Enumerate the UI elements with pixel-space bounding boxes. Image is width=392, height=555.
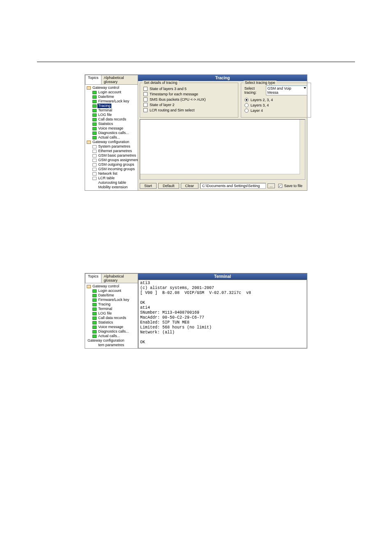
tree-item[interactable]: Firmware/Lock key [87, 99, 137, 104]
tree-item[interactable]: GSM incoming groups [87, 167, 137, 171]
green-icon [92, 289, 97, 293]
tree-item-label: Voice message [97, 325, 124, 329]
tree-item[interactable]: LCR table [87, 176, 137, 180]
tracing-window: Topics Alphabetical glossary Gateway con… [85, 74, 307, 191]
tree-item[interactable]: LOG file [87, 311, 137, 316]
green-icon [92, 330, 97, 333]
tree-item-label: Terminal [97, 307, 113, 311]
green-icon [92, 335, 97, 338]
chk-timestamp[interactable] [143, 92, 148, 96]
tree-item[interactable]: Ethernet parametres [87, 149, 137, 153]
tree-item-label: Ethernet parametres [97, 149, 133, 153]
tree-item-label: Call data records [97, 117, 127, 122]
chk-layer-2-label: State of layer 2 [150, 103, 175, 107]
select-tracing-combo[interactable]: GSM and Voip Messa [266, 86, 307, 95]
terminal-title: Terminal [138, 273, 307, 280]
green-icon [92, 113, 97, 117]
save-to-file-label: Save to file [284, 184, 303, 188]
tree-item[interactable]: Date/time [87, 293, 137, 298]
tree-item-label: Diagnostics calls... [97, 329, 130, 334]
tree-item-label: Autorouting table [97, 180, 127, 185]
tree-item[interactable]: Call data records [87, 117, 137, 122]
green-icon [92, 326, 97, 329]
tree-item[interactable]: GSM groups assignment [87, 158, 137, 162]
green-icon [92, 104, 97, 108]
tree-item[interactable]: Statistics [87, 122, 137, 126]
tree-item[interactable]: Gateway configuration [87, 140, 137, 144]
chk-timestamp-label: Timestamp for each message [150, 92, 198, 96]
tree-item[interactable]: System parametres [87, 144, 137, 149]
tracing-title: Tracing [138, 75, 307, 81]
tree-item[interactable]: Diagnostics calls... [87, 329, 137, 334]
radio-layers-234[interactable] [244, 98, 249, 102]
tree-item[interactable]: Voice message [87, 325, 137, 329]
green-icon [92, 303, 97, 306]
radio-layer-4[interactable] [244, 109, 249, 113]
tree-item-label: GSM basic parametres [97, 153, 137, 158]
tree-item-label: Diagnostics calls... [97, 131, 130, 135]
tree-item[interactable]: Call data records [87, 316, 137, 320]
details-group: Set details of tracing State of layers 3… [140, 83, 238, 118]
tree-item-label: Date/time [97, 293, 115, 298]
tab-topics[interactable]: Topics [85, 75, 101, 84]
tree-item[interactable]: Statistics [87, 320, 137, 325]
radio-layers-34[interactable] [244, 103, 249, 107]
tree-item[interactable]: Actual calls... [87, 135, 137, 140]
radio-layer-4-label: Layer 4 [251, 109, 263, 113]
tree-item[interactable]: Network list [87, 171, 137, 176]
tab-alphabetical-2[interactable]: Alphabetical glossary [101, 273, 138, 283]
tree-item[interactable]: Diagnostics calls... [87, 131, 137, 135]
tree-item[interactable]: Actual calls... [87, 334, 137, 338]
tree-item[interactable]: Gateway control [87, 284, 137, 289]
tree-item[interactable]: GSM outgoing groups [87, 162, 137, 167]
tab-alphabetical[interactable]: Alphabetical glossary [101, 75, 138, 84]
terminal-output[interactable]: ati3 (c) alistar systems, 2001-2007 [ V0… [138, 280, 307, 348]
start-button[interactable]: Start [140, 183, 157, 189]
tree-item[interactable]: Login account [87, 289, 137, 293]
tree-item[interactable]: Date/time [87, 95, 137, 99]
tree-item-label: Date/time [97, 95, 115, 99]
radio-layers-234-label: Layers 2, 3, 4 [251, 98, 273, 102]
chk-lcr[interactable] [143, 108, 148, 112]
default-button[interactable]: Default [158, 183, 179, 189]
radio-layers-34-label: Layers 3, 4 [251, 103, 269, 107]
tree-item-label: Call data records [97, 316, 127, 320]
vscroll[interactable] [300, 120, 305, 179]
tree-item-label: Gateway configuration [92, 140, 130, 144]
tree-item[interactable]: Mobility extension [87, 185, 137, 190]
tree-item-label: GSM groups assignment [97, 158, 138, 162]
chk-sms-ibus[interactable] [143, 97, 148, 102]
tree-item[interactable]: Voice message [87, 126, 137, 131]
tree-item[interactable]: Tracing [87, 104, 137, 108]
tree-item[interactable]: tem parametres [87, 343, 137, 347]
tree-item[interactable]: Gateway configuration [87, 338, 137, 343]
tree-item[interactable]: GSM basic parametres [87, 153, 137, 158]
tree-item[interactable]: LOG file [87, 113, 137, 117]
tree-item[interactable]: Terminal [87, 108, 137, 113]
tree-item-label: Mobility extension [97, 185, 129, 190]
tree-item[interactable]: Gateway control [87, 86, 137, 90]
select-tracing-label: Select tracing: [244, 86, 264, 95]
tree-item-label: LOG file [97, 113, 113, 117]
tree-item[interactable]: Tracing [87, 302, 137, 307]
green-icon [92, 308, 97, 311]
terminal-window: Topics Alphabetical glossary Gateway con… [85, 273, 307, 349]
chk-layer-2[interactable] [143, 103, 148, 107]
hscroll[interactable] [140, 174, 300, 179]
tree-item[interactable]: Terminal [87, 307, 137, 311]
tree-item-label: Voice message [97, 126, 124, 131]
tree-item[interactable]: Autorouting table [87, 180, 137, 185]
save-path-field[interactable]: C:\Documents and Settings\Setting [200, 183, 266, 189]
clear-button[interactable]: Clear [181, 183, 199, 189]
tree-item-label: Login account [97, 289, 122, 293]
tree-item[interactable]: Login account [87, 90, 137, 95]
tracing-output [140, 119, 305, 180]
browse-button[interactable]: ... [267, 183, 275, 188]
tree-item-label: Tracing [97, 302, 111, 307]
chk-layers-3-5[interactable] [143, 87, 148, 91]
folder-icon [87, 141, 91, 144]
tab-topics-2[interactable]: Topics [85, 273, 101, 283]
save-to-file-checkbox[interactable] [278, 184, 282, 188]
tree-item-label: Tracing [97, 104, 111, 108]
tree-item[interactable]: Firmware/Lock key [87, 298, 137, 302]
